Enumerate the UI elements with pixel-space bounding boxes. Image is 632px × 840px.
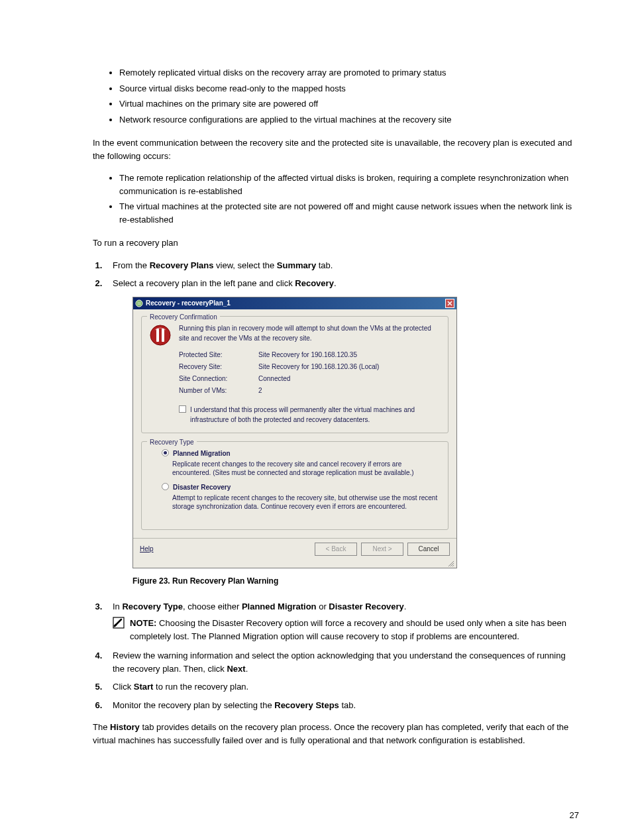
step-text: Select a recovery plan in the left pane …: [113, 278, 295, 288]
step-text: tab.: [316, 260, 333, 270]
step-6: Monitor the recovery plan by selecting t…: [105, 699, 579, 712]
protected-site-value: Site Recovery for 190.168.120.35: [258, 350, 357, 360]
history-bold: History: [110, 722, 140, 732]
warning-icon: [148, 323, 172, 347]
resize-grip[interactable]: [133, 560, 456, 568]
planned-migration-desc: Replicate recent changes to the recovery…: [172, 460, 441, 477]
num-vms-label: Number of VMs:: [179, 386, 258, 395]
planned-migration-bold: Planned Migration: [242, 602, 317, 611]
close-icon: [447, 301, 452, 306]
disaster-recovery-radio[interactable]: [162, 483, 169, 490]
para-text: tab provides details on the recovery pla…: [93, 722, 568, 745]
bullet-item: The remote replication relationship of t…: [119, 172, 579, 197]
disaster-recovery-label: Disaster Recovery: [173, 482, 231, 492]
recovery-dialog: Recovery - recoveryPlan_1 Recovery Confi…: [132, 297, 457, 568]
dialog-titlebar: Recovery - recoveryPlan_1: [133, 297, 456, 309]
step-text: From the: [113, 260, 150, 270]
bullet-item: Remotely replicated virtual disks on the…: [119, 66, 579, 79]
fieldset-legend: Recovery Confirmation: [147, 312, 220, 322]
acknowledge-checkbox[interactable]: [179, 405, 186, 413]
num-vms-value: 2: [258, 386, 262, 395]
recovery-type-fieldset: Recovery Type Planned Migration Replicat…: [141, 441, 448, 530]
para-text: The: [93, 722, 110, 732]
intro-bullets: Remotely replicated virtual disks on the…: [93, 66, 579, 126]
bullet-item: Virtual machines on the primary site are…: [119, 97, 579, 111]
svg-rect-2: [156, 329, 159, 342]
disaster-recovery-desc: Attempt to replicate recent changes to t…: [172, 494, 441, 511]
step-text: .: [404, 602, 407, 611]
history-paragraph: The History tab provides details on the …: [93, 721, 579, 747]
recovery-plans-bold: Recovery Plans: [150, 260, 214, 270]
bullet-item: The virtual machines at the protected si…: [119, 200, 579, 226]
next-bold: Next: [227, 664, 245, 674]
planned-migration-radio[interactable]: [162, 449, 169, 456]
figure-caption: Figure 23. Run Recovery Plan Warning: [132, 575, 579, 587]
start-bold: Start: [134, 682, 154, 692]
recovery-site-label: Recovery Site:: [179, 362, 258, 372]
recovery-steps-bold: Recovery Steps: [274, 700, 339, 710]
app-icon: [135, 299, 143, 307]
planned-migration-label: Planned Migration: [173, 448, 231, 458]
recovery-bold: Recovery: [295, 278, 334, 288]
next-button[interactable]: Next >: [361, 543, 403, 556]
bullet-item: Source virtual disks become read-only to…: [119, 82, 579, 95]
protected-site-label: Protected Site:: [179, 350, 258, 360]
step-3: In Recovery Type, choose either Planned …: [105, 600, 579, 643]
confirm-intro-text: Running this plan in recovery mode will …: [179, 323, 441, 343]
svg-rect-3: [162, 329, 164, 342]
step-text: or: [317, 602, 329, 611]
note-content: NOTE: Choosing the Disaster Recovery opt…: [130, 617, 579, 643]
torun-paragraph: To run a recovery plan: [93, 236, 579, 250]
site-connection-label: Site Connection:: [179, 374, 258, 384]
step-2: Select a recovery plan in the left pane …: [105, 277, 579, 587]
acknowledge-text: I understand that this process will perm…: [190, 405, 441, 425]
step-text: , choose either: [183, 602, 242, 611]
step-1: From the Recovery Plans view, select the…: [105, 259, 579, 272]
step-4: Review the warning information and selec…: [105, 649, 579, 675]
recovery-confirmation-fieldset: Recovery Confirmation: [141, 316, 448, 433]
step-text: tab.: [339, 700, 356, 710]
note-text: Choosing the Disaster Recovery option wi…: [130, 618, 566, 641]
step-text: .: [246, 664, 248, 674]
fieldset-legend: Recovery Type: [147, 437, 197, 447]
step-text: Review the warning information and selec…: [113, 651, 566, 674]
step-text: .: [334, 278, 337, 288]
back-button[interactable]: < Back: [315, 543, 357, 556]
site-connection-value: Connected: [258, 374, 290, 384]
note-icon: [113, 617, 125, 629]
step-text: Monitor the recovery plan by selecting t…: [113, 700, 274, 710]
recovery-site-value: Site Recovery for 190.168.120.36 (Local): [258, 362, 379, 372]
disaster-recovery-bold: Disaster Recovery: [329, 602, 403, 611]
bullet-item: Network resource configurations are appl…: [119, 113, 579, 127]
page-number: 27: [570, 810, 579, 820]
summary-bold: Summary: [277, 260, 316, 270]
close-button[interactable]: [445, 299, 454, 308]
help-link[interactable]: Help: [140, 544, 154, 554]
step-text: Click: [113, 682, 134, 692]
dialog-footer: Help < Back Next > Cancel: [133, 538, 456, 560]
step-text: In: [113, 602, 122, 611]
step-text: to run the recovery plan.: [153, 682, 248, 692]
step-5: Click Start to run the recovery plan.: [105, 680, 579, 694]
cancel-button[interactable]: Cancel: [407, 543, 450, 556]
note-label: NOTE:: [130, 618, 159, 628]
recovery-type-bold: Recovery Type: [122, 602, 183, 611]
event-bullets: The remote replication relationship of t…: [93, 172, 579, 226]
step-text: view, select the: [213, 260, 276, 270]
dialog-title: Recovery - recoveryPlan_1: [146, 298, 231, 308]
event-paragraph: In the event communication between the r…: [93, 136, 579, 162]
